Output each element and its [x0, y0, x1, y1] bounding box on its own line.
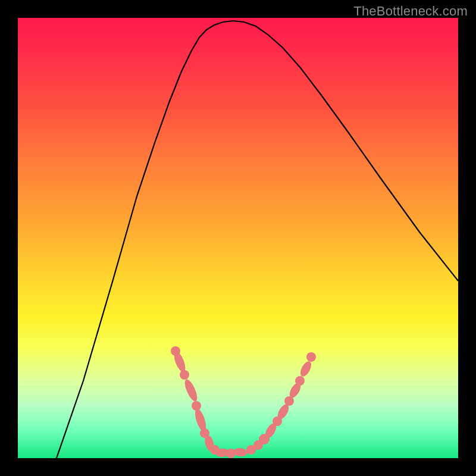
curve-marker: [298, 359, 314, 378]
chart-frame: TheBottleneck.com: [0, 0, 476, 476]
curve-marker: [295, 376, 305, 386]
curve-markers: [171, 346, 316, 458]
curve-svg: [18, 18, 458, 458]
curve-marker: [182, 378, 199, 403]
curve-marker: [180, 370, 189, 380]
watermark-text: TheBottleneck.com: [353, 4, 468, 19]
curve-marker: [306, 352, 316, 362]
curve-marker: [233, 447, 248, 457]
bottleneck-curve: [57, 21, 458, 458]
plot-area: [18, 18, 458, 458]
